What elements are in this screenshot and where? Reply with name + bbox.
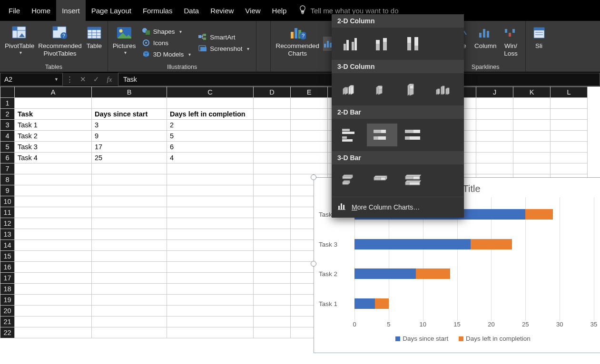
cell-A10[interactable] <box>15 196 92 207</box>
cell-A13[interactable] <box>15 229 92 240</box>
cell-A14[interactable] <box>15 240 92 251</box>
column-header-E[interactable]: E <box>291 87 328 98</box>
cell-B4[interactable]: 9 <box>92 131 167 142</box>
row-header-2[interactable]: 2 <box>0 109 15 120</box>
cell-B3[interactable]: 3 <box>92 120 167 131</box>
cell-L7[interactable] <box>551 163 588 174</box>
cell-B21[interactable] <box>92 316 167 327</box>
cell-E1[interactable] <box>291 98 328 109</box>
cell-D12[interactable] <box>254 218 291 229</box>
cell-B20[interactable] <box>92 306 167 316</box>
cell-A5[interactable]: Task 3 <box>15 142 92 153</box>
shapes-button[interactable]: Shapes ▾ <box>140 26 193 37</box>
cell-B11[interactable] <box>92 207 167 218</box>
cell-L4[interactable] <box>551 131 588 142</box>
row-header-22[interactable]: 22 <box>0 327 15 338</box>
row-header-21[interactable]: 21 <box>0 316 15 327</box>
menu-insert[interactable]: Insert <box>56 0 86 21</box>
cell-B8[interactable] <box>92 174 167 185</box>
row-header-15[interactable]: 15 <box>0 251 15 262</box>
pictures-button[interactable]: Pictures ▾ <box>111 22 138 63</box>
cell-D20[interactable] <box>254 306 291 316</box>
cell-C16[interactable] <box>167 262 254 273</box>
cell-E5[interactable] <box>291 142 328 153</box>
chart-option-3d-100pct-stacked-column[interactable] <box>398 78 429 101</box>
cell-B1[interactable] <box>92 98 167 109</box>
cell-C22[interactable] <box>167 327 254 338</box>
cell-D14[interactable] <box>254 240 291 251</box>
row-header-19[interactable]: 19 <box>0 295 15 306</box>
chart-option-stacked-bar[interactable] <box>367 124 397 146</box>
chart-option-3d-stacked-bar[interactable] <box>367 169 397 192</box>
cell-J6[interactable] <box>476 153 513 163</box>
cell-D9[interactable] <box>254 185 291 196</box>
cell-C20[interactable] <box>167 306 254 316</box>
cell-C21[interactable] <box>167 316 254 327</box>
cell-D15[interactable] <box>254 251 291 262</box>
row-header-12[interactable]: 12 <box>0 218 15 229</box>
cell-C18[interactable] <box>167 284 254 295</box>
cell-B10[interactable] <box>92 196 167 207</box>
row-header-3[interactable]: 3 <box>0 120 15 131</box>
column-header-D[interactable]: D <box>254 87 291 98</box>
table-button[interactable]: Table <box>84 22 105 63</box>
row-header-9[interactable]: 9 <box>0 185 15 196</box>
tell-me-input[interactable]: Tell me what you want to do <box>310 7 398 15</box>
cell-A21[interactable] <box>15 316 92 327</box>
cell-C13[interactable] <box>167 229 254 240</box>
cell-C15[interactable] <box>167 251 254 262</box>
cell-C1[interactable] <box>167 98 254 109</box>
menu-data[interactable]: Data <box>178 0 205 21</box>
cell-E4[interactable] <box>291 131 328 142</box>
icons-button[interactable]: Icons <box>140 38 193 48</box>
cell-E6[interactable] <box>291 153 328 163</box>
cell-D3[interactable] <box>254 120 291 131</box>
cell-B16[interactable] <box>92 262 167 273</box>
row-header-10[interactable]: 10 <box>0 196 15 207</box>
cell-C3[interactable]: 2 <box>167 120 254 131</box>
row-header-20[interactable]: 20 <box>0 306 15 316</box>
cell-B12[interactable] <box>92 218 167 229</box>
cell-J7[interactable] <box>476 163 513 174</box>
cell-J2[interactable] <box>476 109 513 120</box>
screenshot-button[interactable]: Screenshot ▾ <box>197 43 251 54</box>
cell-B17[interactable] <box>92 273 167 284</box>
menu-help[interactable]: Help <box>266 0 293 21</box>
cell-B7[interactable] <box>92 163 167 174</box>
more-column-charts-link[interactable]: More Column Charts… <box>332 197 464 218</box>
row-header-17[interactable]: 17 <box>0 273 15 284</box>
cell-C17[interactable] <box>167 273 254 284</box>
cell-D21[interactable] <box>254 316 291 327</box>
enter-formula-button[interactable]: ✓ <box>89 73 103 86</box>
cell-D5[interactable] <box>254 142 291 153</box>
menu-formulas[interactable]: Formulas <box>137 0 178 21</box>
pivottable-button[interactable]: PivotTable ▾ <box>3 22 36 63</box>
chart-option-3d-clustered-column[interactable] <box>335 78 366 101</box>
cell-D10[interactable] <box>254 196 291 207</box>
namebox-more-button[interactable]: ⋮ <box>63 73 76 86</box>
smartart-button[interactable]: SmartArt <box>197 32 251 42</box>
column-header-C[interactable]: C <box>167 87 254 98</box>
cell-B15[interactable] <box>92 251 167 262</box>
cell-C19[interactable] <box>167 295 254 306</box>
cell-A15[interactable] <box>15 251 92 262</box>
cell-A6[interactable]: Task 4 <box>15 153 92 163</box>
chart-option-clustered-bar[interactable] <box>335 124 366 146</box>
chart-option-100pct-stacked-column[interactable] <box>398 32 429 55</box>
cell-C12[interactable] <box>167 218 254 229</box>
cell-C5[interactable]: 6 <box>167 142 254 153</box>
row-header-13[interactable]: 13 <box>0 229 15 240</box>
cell-B5[interactable]: 17 <box>92 142 167 153</box>
menu-review[interactable]: Review <box>205 0 239 21</box>
cell-L3[interactable] <box>551 120 588 131</box>
menu-page-layout[interactable]: Page Layout <box>86 0 137 21</box>
cell-J1[interactable] <box>476 98 513 109</box>
row-header-18[interactable]: 18 <box>0 284 15 295</box>
cancel-formula-button[interactable]: ✕ <box>76 73 89 86</box>
chart-option-3d-100pct-stacked-bar[interactable] <box>398 169 429 192</box>
cell-D1[interactable] <box>254 98 291 109</box>
cell-J4[interactable] <box>476 131 513 142</box>
cell-C8[interactable] <box>167 174 254 185</box>
cell-D19[interactable] <box>254 295 291 306</box>
slicer-button[interactable]: Sli <box>529 22 550 63</box>
